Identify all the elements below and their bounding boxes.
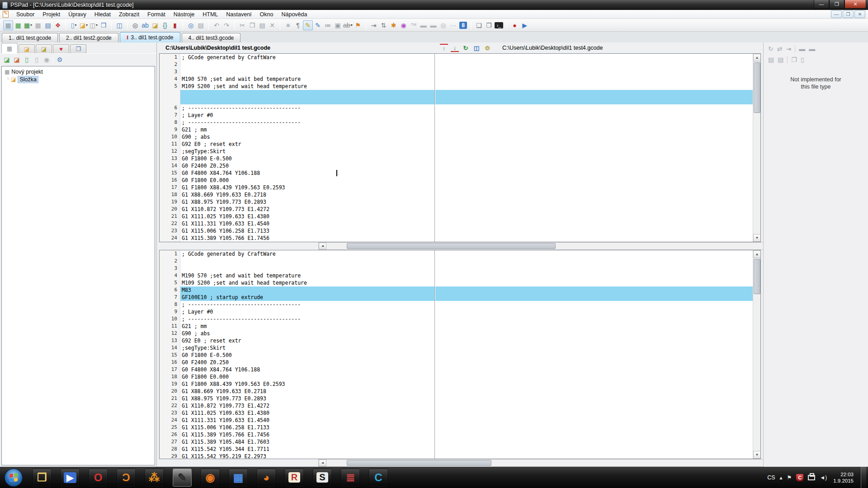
show-desktop-button[interactable]	[861, 467, 866, 488]
menu-hledat[interactable]: Hledat	[90, 10, 115, 19]
code-line[interactable]: 6; ------------------------------------	[160, 104, 753, 112]
code-line[interactable]: 5M109 S200 ;set and wait head temperatur…	[160, 279, 753, 286]
explorer-panel-icon[interactable]: ◫	[114, 20, 124, 30]
wrench-icon[interactable]: ⚙	[55, 55, 65, 65]
mdi-close-button[interactable]: ✕	[854, 10, 865, 18]
code-line[interactable]: 4M190 S70 ;set and wait bed temperature	[160, 75, 753, 83]
strike-text-icon[interactable]: ab▾	[343, 20, 353, 30]
zoom-icon[interactable]: ◎	[186, 20, 196, 30]
code-line[interactable]: 13G0 F1800 E-0.500	[160, 155, 753, 162]
menu-okno[interactable]: Okno	[256, 10, 278, 19]
prev-difference-icon[interactable]: ↑	[440, 44, 448, 52]
mdi-restore-button[interactable]: ❐	[843, 10, 854, 18]
code-line[interactable]: 2	[160, 61, 753, 68]
code-line[interactable]: 8; ------------------------------------	[160, 301, 753, 308]
scroll-thumb[interactable]	[754, 62, 760, 113]
code-line[interactable]: 15G0 F4800 X84.764 Y106.188	[160, 169, 753, 177]
language-indicator[interactable]: CS	[767, 474, 775, 481]
code-line[interactable]: 23G1 X111.025 Y109.633 E1.4380	[160, 409, 753, 417]
scroll-up-arrow[interactable]: ▲	[753, 250, 761, 258]
code-line[interactable]: 20G1 X88.669 Y109.633 E0.2718	[160, 388, 753, 395]
project-open-icon[interactable]: ▦▾	[23, 20, 33, 30]
menu-html[interactable]: HTML	[198, 10, 222, 19]
tree-item-project-root[interactable]: ▦ Nový projekt	[3, 68, 154, 75]
record-macro-icon[interactable]: ●	[510, 20, 520, 30]
new-file-icon[interactable]: ▯▾	[69, 20, 79, 30]
code-line[interactable]: 27G1 X115.389 Y105.484 E1.7603	[160, 438, 753, 446]
next-difference-icon[interactable]: ↓	[451, 44, 459, 52]
taskbar-app-floppy[interactable]: ▦	[229, 469, 248, 487]
menu-soubor[interactable]: Soubor	[12, 10, 38, 19]
open-file-icon[interactable]: ◪▾	[79, 20, 89, 30]
project-add-icon[interactable]: ▦	[13, 20, 23, 30]
minimize-button[interactable]: —	[814, 0, 829, 9]
play-macro-icon[interactable]: ▶	[520, 20, 530, 30]
mdi-minimize-button[interactable]: —	[831, 10, 842, 18]
delete-icon[interactable]: ✕	[267, 20, 277, 30]
file-gray-icon[interactable]: ▯	[32, 55, 42, 65]
restore-button[interactable]: ❐	[829, 0, 844, 9]
code-line[interactable]: 23G1 X115.006 Y106.258 E1.7133	[160, 227, 753, 235]
console-icon[interactable]: ›_	[494, 20, 504, 30]
scroll-thumb[interactable]	[347, 243, 556, 249]
taskbar-pspad[interactable]: ✎	[173, 469, 192, 487]
save-all-icon[interactable]: ❐	[99, 20, 108, 30]
redo-icon[interactable]: ↷	[222, 20, 231, 30]
code-line[interactable]: 14G0 F2400 Z0.250	[160, 162, 753, 169]
security-shield-icon[interactable]: C	[796, 474, 803, 481]
code-line[interactable]: 22G1 X111.331 Y109.633 E1.4540	[160, 220, 753, 227]
undo-icon[interactable]: ↶	[212, 20, 222, 30]
volume-icon[interactable]: ◄)	[820, 474, 827, 481]
cut-icon[interactable]: ✂	[237, 20, 247, 30]
code-line[interactable]: 12G90 ; abs	[160, 330, 753, 337]
file-add-icon[interactable]: ▯	[22, 55, 32, 65]
html-8-icon[interactable]: 8	[458, 20, 468, 30]
scroll-thumb[interactable]	[754, 259, 760, 294]
code-line[interactable]: 20G1 X110.872 Y109.773 E1.4272	[160, 206, 753, 213]
project-save-icon[interactable]: ▦	[33, 20, 43, 30]
project-compile-icon[interactable]: ▦	[3, 20, 13, 30]
search-in-files-icon[interactable]: ◪	[150, 20, 160, 30]
code-line[interactable]: 17G1 F1800 X88.439 Y109.563 E0.2593	[160, 184, 753, 191]
taskbar-opera[interactable]: O	[89, 469, 108, 487]
stamp-user-icon[interactable]: ▬	[429, 20, 439, 30]
pen-edit-icon[interactable]: ✎	[313, 20, 323, 30]
code-line[interactable]: 3	[160, 68, 753, 75]
code-line[interactable]: 13G92 E0 ; reset extr	[160, 337, 753, 344]
clock[interactable]: 22:03 1.9.2015	[833, 471, 854, 484]
code-line[interactable]: 5M109 S200 ;set and wait head temperatur…	[160, 83, 753, 90]
code-line[interactable]: 6M83	[160, 286, 753, 294]
taskbar-app-r[interactable]: R	[285, 469, 304, 487]
taskbar-app-paw[interactable]: ⁂	[145, 469, 164, 487]
document-tab-2[interactable]: 2.. dil1 test2.gcode	[59, 33, 118, 42]
sidebar-tab-favorites[interactable]: ♥	[53, 44, 69, 53]
scroll-down-arrow[interactable]: ▼	[753, 234, 761, 242]
sidebar-tab-files[interactable]: ◪	[19, 44, 35, 53]
pin-icon[interactable]: ⚑	[353, 20, 363, 30]
zoom-gray-icon[interactable]: ◎	[439, 20, 448, 30]
code-line[interactable]: 29G1 X115.542 Y95.219 E2.2973	[160, 453, 753, 459]
project-properties-icon[interactable]: ▤	[43, 20, 53, 30]
diff-settings-icon[interactable]: ⚙	[483, 44, 491, 52]
menu-projekt[interactable]: Projekt	[38, 10, 64, 19]
menu-zobrazit[interactable]: Zobrazit	[115, 10, 143, 19]
code-line[interactable]: 10; ------------------------------------	[160, 315, 753, 323]
code-line[interactable]: 19G1 X88.975 Y109.773 E0.2893	[160, 198, 753, 206]
lock-icon[interactable]: ▣	[333, 20, 343, 30]
code-line[interactable]: 24G1 X115.389 Y105.766 E1.7456	[160, 235, 753, 242]
run-window-icon[interactable]: ❐	[484, 20, 494, 30]
taskbar-app-books[interactable]: ≣	[341, 469, 360, 487]
scroll-left-arrow[interactable]: ◄	[319, 460, 326, 466]
syntax-highlight-icon[interactable]: ✎	[303, 20, 313, 30]
code-line[interactable]: 22G1 X110.872 Y109.773 E1.4272	[160, 402, 753, 409]
taskbar-app-c-ring[interactable]: C	[369, 469, 388, 487]
vertical-scrollbar[interactable]: ▲ ▼	[753, 250, 760, 459]
menu-napoveda[interactable]: Nápověda	[277, 10, 311, 19]
code-line[interactable]: 1; GCode generated by CraftWare	[160, 54, 753, 61]
code-line[interactable]: 21G1 X88.975 Y109.773 E0.2893	[160, 395, 753, 402]
search-icon[interactable]: ◎	[130, 20, 140, 30]
code-line[interactable]: 21G1 X111.025 Y109.633 E1.4380	[160, 213, 753, 220]
save-file-icon[interactable]: ◫▾	[89, 20, 99, 30]
document-tab-4[interactable]: 4.. dil1 test3.gcode	[182, 33, 241, 42]
paste-icon[interactable]: ▤	[257, 20, 267, 30]
